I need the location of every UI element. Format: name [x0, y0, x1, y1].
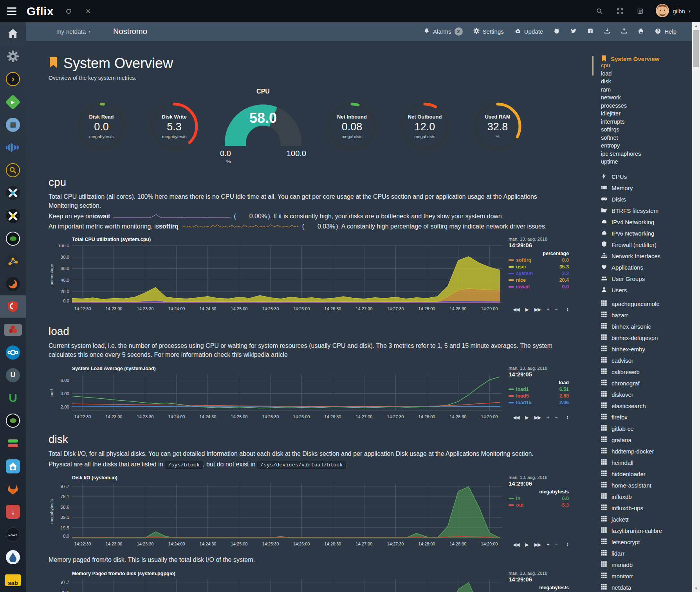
- sidebar-app-app-x-white-icon[interactable]: [0, 182, 26, 204]
- menu-app-hddtemp-docker[interactable]: hddtemp-docker: [601, 448, 691, 455]
- chart-plot-area[interactable]: 97.778.158.639.119.50.0: [55, 579, 502, 592]
- scroll-up-arrow[interactable]: ▲: [692, 24, 700, 28]
- menu-app-binhex-emby[interactable]: binhex-emby: [601, 345, 691, 353]
- sidebar-app-jackett-icon[interactable]: [0, 159, 26, 182]
- sidebar-app-app-orb-green-icon[interactable]: [0, 227, 26, 250]
- page-scrollbar[interactable]: ▲ ▼: [692, 22, 700, 592]
- import-button[interactable]: [604, 28, 610, 35]
- gauge-used-ram[interactable]: Used RAM32.8%: [468, 97, 527, 156]
- menu-app-influxdb[interactable]: influxdb: [601, 493, 691, 500]
- update-button[interactable]: Update: [514, 28, 543, 35]
- print-button[interactable]: [638, 28, 644, 35]
- sidebar-app-plex-icon[interactable]: ›: [0, 68, 26, 90]
- chart-plot-area[interactable]: 100.080.060.040.020.00.0: [55, 245, 502, 305]
- menu-app-influxdb-ups[interactable]: influxdb-ups: [601, 504, 691, 512]
- chart-pan-right-button[interactable]: ▶▶: [534, 415, 541, 420]
- menu-app-elasticsearch[interactable]: elasticsearch: [601, 402, 691, 410]
- chart-zoom-in-button[interactable]: +: [547, 415, 549, 420]
- menu-section-memory[interactable]: Memory: [601, 184, 691, 192]
- menu-app-gitlab-ce[interactable]: gitlab-ce: [601, 425, 691, 432]
- twitter-button[interactable]: [570, 28, 577, 35]
- chart-pan-right-button[interactable]: ▶▶: [534, 542, 541, 547]
- chart-plot-area[interactable]: 97.778.158.639.119.50.0: [55, 483, 502, 540]
- chart-zoom-out-button[interactable]: −: [555, 415, 557, 420]
- sidebar-app-lazylibrarian-icon[interactable]: LAZY: [0, 523, 26, 546]
- chart-plot-area[interactable]: 6.004.002.00: [55, 374, 502, 413]
- sidebar-app-grafana-icon[interactable]: [0, 273, 26, 295]
- user-menu[interactable]: gilbn ▾: [656, 4, 691, 18]
- menu-item-ipc-semaphores[interactable]: ipc semaphores: [601, 151, 691, 159]
- github-button[interactable]: [554, 28, 560, 35]
- refresh-icon[interactable]: [64, 7, 73, 16]
- settings-button[interactable]: Settings: [473, 28, 504, 35]
- menu-app-binhex-delugevpn[interactable]: binhex-delugevpn: [601, 334, 691, 342]
- menu-item-load[interactable]: load: [601, 70, 691, 79]
- scroll-down-arrow[interactable]: ▼: [692, 587, 700, 590]
- server-dropdown[interactable]: my-netdata▾: [56, 28, 90, 35]
- menu-app-grafana[interactable]: grafana: [601, 436, 691, 444]
- sidebar-app-settings-icon[interactable]: [0, 45, 26, 68]
- chart-resize-handle[interactable]: ↕: [566, 541, 569, 547]
- sidebar-app-app-plate-icon[interactable]: [0, 409, 26, 432]
- chart-pan-right-button[interactable]: ▶▶: [534, 307, 541, 312]
- menu-section-system-overview[interactable]: System Overview: [601, 55, 691, 62]
- facebook-button[interactable]: f: [587, 28, 594, 35]
- gauge-disk-write[interactable]: Disk Write5.3megabytes/s: [145, 97, 204, 156]
- menu-icon[interactable]: [7, 7, 16, 15]
- gauge-cpu[interactable]: CPU 58.0 0.0100.0 %: [218, 88, 309, 164]
- sidebar-app-app-x-yellow-icon[interactable]: [0, 205, 26, 227]
- menu-section-users[interactable]: Users: [601, 286, 691, 294]
- sidebar-app-airsonic-icon[interactable]: [0, 136, 26, 159]
- menu-app-mariadb[interactable]: mariadb: [601, 561, 691, 569]
- close-icon[interactable]: ×: [83, 7, 93, 16]
- menu-app-hiddenloader[interactable]: hiddenloader: [601, 470, 691, 478]
- menu-app-heimdall[interactable]: heimdall: [601, 459, 691, 466]
- search-icon[interactable]: [595, 7, 604, 16]
- sidebar-app-app-berries-icon[interactable]: [0, 318, 26, 341]
- menu-item-disk[interactable]: disk: [601, 78, 691, 86]
- menu-app-diskover[interactable]: diskover: [601, 391, 691, 398]
- menu-section-btrfs-filesystem[interactable]: BTRFS filesystem: [601, 207, 691, 214]
- menu-item-interrupts[interactable]: interrupts: [601, 119, 691, 127]
- menu-app-calibreweb[interactable]: calibreweb: [601, 368, 691, 376]
- sidebar-app-netdata-icon[interactable]: [0, 295, 26, 318]
- fullscreen-icon[interactable]: [615, 7, 624, 16]
- menu-app-cadvisor[interactable]: cadvisor: [601, 357, 691, 364]
- chart-zoom-out-button[interactable]: −: [555, 307, 557, 312]
- menu-section-disks[interactable]: Disks: [601, 196, 691, 203]
- help-button[interactable]: ?Help: [655, 28, 677, 36]
- sidebar-app-app-download-icon[interactable]: ↓: [0, 500, 26, 523]
- menu-item-softnet[interactable]: softnet: [601, 135, 691, 143]
- menu-section-applications[interactable]: Applications: [601, 264, 691, 271]
- sidebar-app-gitlab-icon[interactable]: [0, 478, 26, 500]
- menu-section-ipv6-networking[interactable]: IPv6 Networking: [601, 230, 691, 237]
- chart-resize-handle[interactable]: ↕: [566, 414, 569, 420]
- menu-app-monitorr[interactable]: monitorr: [601, 572, 691, 580]
- menu-app-firefox[interactable]: firefox: [601, 414, 691, 421]
- menu-section-firewall-netfilter-[interactable]: Firewall (netfilter): [601, 241, 691, 248]
- sidebar-app-deluge-icon[interactable]: [0, 546, 26, 569]
- menu-item-cpu[interactable]: cpu: [601, 62, 691, 70]
- chart-play-button[interactable]: ▶: [525, 542, 528, 547]
- menu-section-network-interfaces[interactable]: Network Interfaces: [601, 252, 691, 260]
- gauge-net-inbound[interactable]: Net Inbound0.08megabits/s: [323, 97, 381, 156]
- menu-app-apacheguacamole[interactable]: apacheguacamole: [601, 300, 691, 308]
- sidebar-app-unifi-icon[interactable]: U: [0, 364, 26, 387]
- sidebar-app-calibre-web-icon[interactable]: ▤: [0, 113, 26, 136]
- menu-item-entropy[interactable]: entropy: [601, 142, 691, 151]
- export-button[interactable]: [621, 28, 627, 35]
- chart-zoom-in-button[interactable]: +: [547, 307, 549, 312]
- chart-pan-left-button[interactable]: ◀◀: [513, 542, 519, 547]
- scrollbar-thumb[interactable]: [693, 30, 699, 67]
- chart-play-button[interactable]: ▶: [525, 415, 528, 420]
- sidebar-app-app-nodes-icon[interactable]: [0, 250, 26, 273]
- gauge-net-outbound[interactable]: Net Outbound12.0megabits/s: [395, 97, 454, 156]
- menu-item-idlejitter[interactable]: idlejitter: [601, 110, 691, 119]
- menu-app-letsencrypt[interactable]: letsencrypt: [601, 538, 691, 546]
- menu-app-jackett[interactable]: jackett: [601, 516, 691, 523]
- sidebar-app-nextcloud-icon[interactable]: [0, 341, 26, 364]
- menu-item-ram[interactable]: ram: [601, 86, 691, 95]
- sidebar-app-app-u-green-icon[interactable]: U: [0, 387, 26, 409]
- sidebar-app-emby-icon[interactable]: ▶: [0, 91, 26, 113]
- alarms-button[interactable]: Alarms 2: [424, 27, 463, 36]
